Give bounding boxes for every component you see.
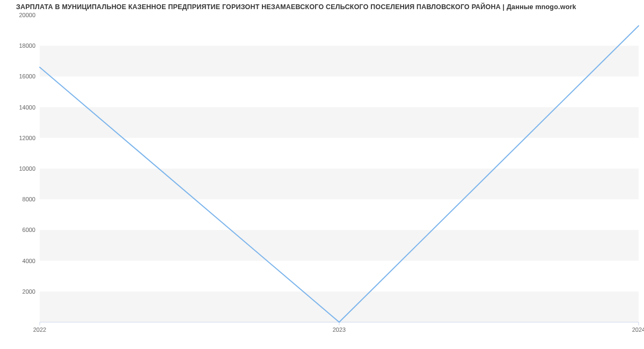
y-tick-label: 8000: [23, 196, 35, 202]
svg-rect-0: [40, 292, 639, 322]
y-tick-label: 4000: [23, 258, 35, 264]
svg-rect-2: [40, 169, 639, 199]
y-tick-label: 16000: [19, 73, 35, 79]
x-tick-label: 2023: [333, 326, 346, 333]
x-tick-label: 2024: [632, 326, 644, 333]
chart-container: ЗАРПЛАТА В МУНИЦИПАЛЬНОЕ КАЗЕННОЕ ПРЕДПР…: [0, 0, 644, 349]
y-tick-label: 14000: [19, 104, 35, 111]
x-axis: 202220232024: [33, 322, 644, 333]
y-tick-label: 6000: [23, 227, 35, 233]
grid-bands: [40, 46, 639, 322]
y-axis: 2000400060008000100001200014000160001800…: [19, 12, 35, 295]
y-tick-label: 10000: [19, 165, 35, 172]
svg-rect-3: [40, 107, 639, 138]
x-tick-label: 2022: [33, 326, 46, 333]
y-tick-label: 20000: [19, 12, 35, 18]
svg-rect-4: [40, 46, 639, 76]
y-tick-label: 18000: [19, 42, 35, 49]
y-tick-label: 12000: [19, 135, 35, 141]
chart-plot: 2000400060008000100001200014000160001800…: [0, 0, 644, 349]
y-tick-label: 2000: [23, 288, 35, 295]
svg-rect-1: [40, 230, 639, 260]
